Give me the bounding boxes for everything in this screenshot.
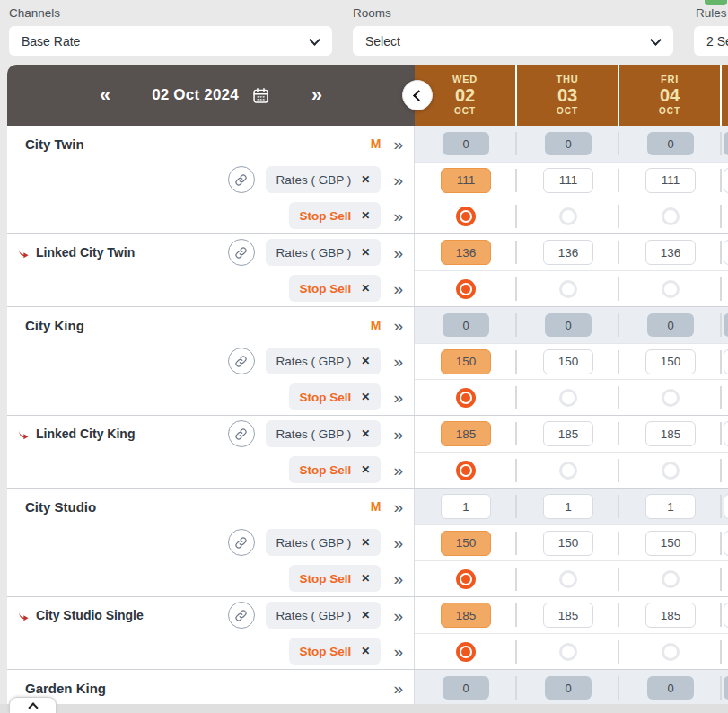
remove-icon[interactable]: ✕ <box>361 282 370 295</box>
link-icon[interactable] <box>228 529 255 556</box>
availability-input[interactable] <box>543 494 593 519</box>
stop-sell-radio[interactable] <box>662 207 680 225</box>
expand-row-button[interactable]: » <box>391 389 405 406</box>
prev-date-button[interactable]: « <box>100 85 110 105</box>
rate-input[interactable] <box>724 168 728 193</box>
expand-row-button[interactable]: » <box>391 498 405 515</box>
stop-sell-radio[interactable] <box>559 643 577 661</box>
rate-input[interactable] <box>645 349 696 374</box>
rate-input[interactable] <box>543 240 593 265</box>
expand-row-button[interactable]: » <box>391 570 405 587</box>
rate-input[interactable] <box>645 531 696 556</box>
rate-input[interactable] <box>441 168 491 193</box>
rates-chip-label: Rates ( GBP ) <box>276 536 352 550</box>
remove-icon[interactable]: ✕ <box>361 572 370 585</box>
rate-input[interactable] <box>543 168 593 193</box>
expand-row-button[interactable]: » <box>391 680 405 697</box>
rate-input[interactable] <box>441 421 491 446</box>
rate-input[interactable] <box>724 603 728 628</box>
calendar-icon[interactable] <box>251 86 270 105</box>
availability-row: 000 <box>415 126 728 162</box>
rate-input[interactable] <box>441 531 491 556</box>
room-name-row: City KingM» <box>7 307 414 343</box>
rate-input[interactable] <box>724 240 728 265</box>
rates-chip-label: Rates ( GBP ) <box>276 427 352 441</box>
rate-input[interactable] <box>441 349 491 374</box>
rate-input[interactable] <box>724 349 728 374</box>
rate-input[interactable] <box>645 168 696 193</box>
stop-sell-chip: Stop Sell✕ <box>289 275 382 302</box>
expand-row-button[interactable]: » <box>391 136 405 153</box>
rules-select[interactable]: 2 Sele <box>694 26 728 56</box>
link-icon[interactable] <box>228 348 255 374</box>
stop-sell-radio[interactable] <box>662 570 680 588</box>
remove-icon[interactable]: ✕ <box>361 391 370 403</box>
rate-input[interactable] <box>441 240 491 265</box>
stop-sell-radio[interactable] <box>456 207 476 226</box>
remove-icon[interactable]: ✕ <box>361 355 370 367</box>
expand-row-button[interactable]: » <box>391 353 405 370</box>
expand-row-button[interactable]: » <box>391 607 405 624</box>
stop-sell-radio[interactable] <box>456 279 476 299</box>
rate-input[interactable] <box>543 421 593 446</box>
stop-sell-radio[interactable] <box>662 643 680 661</box>
grid-cell <box>415 453 517 488</box>
collapse-panel-button[interactable] <box>402 80 433 110</box>
remove-icon[interactable]: ✕ <box>361 173 370 186</box>
remove-icon[interactable]: ✕ <box>361 609 370 621</box>
availability-input[interactable] <box>724 494 728 519</box>
rate-input[interactable] <box>645 421 696 446</box>
expand-row-button[interactable]: » <box>391 462 405 479</box>
expand-row-button[interactable]: » <box>391 317 405 334</box>
remove-icon[interactable]: ✕ <box>361 645 370 657</box>
rate-input[interactable] <box>724 421 728 446</box>
date-column-header[interactable] <box>722 65 728 126</box>
stop-sell-radio[interactable] <box>559 207 577 225</box>
rate-input[interactable] <box>543 349 593 374</box>
rate-input[interactable] <box>645 603 696 628</box>
rate-input[interactable] <box>441 603 491 628</box>
stop-sell-radio[interactable] <box>559 389 577 407</box>
expand-row-button[interactable]: » <box>391 280 405 297</box>
channels-select[interactable]: Base Rate <box>9 26 332 56</box>
stop-sell-radio[interactable] <box>559 462 577 480</box>
availability-input[interactable] <box>441 494 491 519</box>
expand-row-button[interactable]: » <box>391 207 405 224</box>
stop-sell-radio[interactable] <box>456 461 476 480</box>
rate-input[interactable] <box>645 240 696 265</box>
expand-row-button[interactable]: » <box>391 244 405 261</box>
expand-row-button[interactable]: » <box>391 534 405 551</box>
link-icon[interactable] <box>228 239 255 266</box>
next-date-button[interactable]: » <box>311 85 322 105</box>
availability-input[interactable] <box>645 494 696 519</box>
expand-row-button[interactable]: » <box>391 172 405 189</box>
stop-sell-radio[interactable] <box>456 642 476 662</box>
rate-input[interactable] <box>543 603 593 628</box>
rate-input[interactable] <box>724 531 728 556</box>
link-icon[interactable] <box>228 602 255 629</box>
stop-sell-radio[interactable] <box>456 388 476 408</box>
stop-sell-radio[interactable] <box>559 570 577 588</box>
rate-input[interactable] <box>543 531 593 556</box>
scroll-to-top-button[interactable] <box>9 697 57 713</box>
remove-icon[interactable]: ✕ <box>361 246 370 259</box>
stop-sell-radio[interactable] <box>662 389 680 407</box>
date-column-header[interactable]: FRI04OCT <box>619 65 720 126</box>
date-column-header[interactable]: THU03OCT <box>517 65 618 126</box>
stop-sell-radio[interactable] <box>456 569 476 589</box>
remove-icon[interactable]: ✕ <box>361 463 370 476</box>
remove-icon[interactable]: ✕ <box>361 427 370 440</box>
expand-row-button[interactable]: » <box>391 643 405 660</box>
link-icon[interactable] <box>228 166 255 193</box>
stop-sell-radio[interactable] <box>662 462 680 480</box>
stop-sell-radio[interactable] <box>662 280 680 298</box>
remove-icon[interactable]: ✕ <box>361 209 370 222</box>
link-icon[interactable] <box>228 420 255 447</box>
remove-icon[interactable]: ✕ <box>361 536 370 549</box>
stop-sell-radio[interactable] <box>559 280 577 298</box>
partial-green-button[interactable] <box>705 0 727 5</box>
horizontal-scrollbar[interactable] <box>0 704 728 713</box>
rooms-select[interactable]: Select <box>353 26 673 56</box>
expand-row-button[interactable]: » <box>391 426 405 443</box>
grid-cell <box>517 453 619 488</box>
